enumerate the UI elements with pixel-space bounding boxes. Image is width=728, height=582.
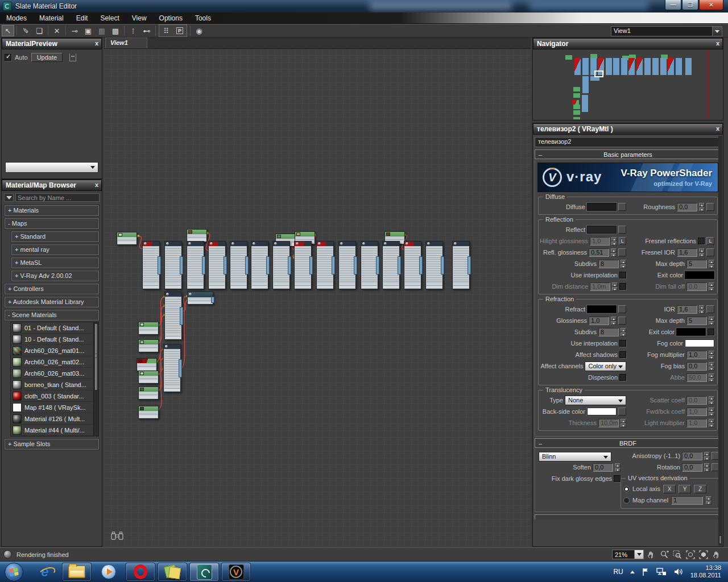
roughness-field[interactable]: 0,0	[677, 203, 697, 211]
show-hidden-icons-icon[interactable]	[630, 571, 635, 573]
show-map-in-viewport-icon[interactable]: ▩	[109, 25, 122, 36]
taskbar-internet-explorer[interactable]: e	[30, 563, 60, 581]
language-indicator[interactable]: RU	[613, 568, 623, 576]
refl-glossiness-field[interactable]: 0,51	[589, 248, 609, 257]
diffuse-color-swatch[interactable]	[587, 203, 617, 211]
menu-options[interactable]: Options	[153, 13, 189, 23]
material-node[interactable]	[164, 292, 182, 340]
fix-dark-glossy-edges-checkbox[interactable]	[614, 475, 621, 482]
subdivs-field[interactable]: 8	[598, 260, 619, 268]
list-item[interactable]: cloth_003 ( Standar...	[11, 390, 93, 402]
volume-icon[interactable]	[673, 567, 684, 576]
soften-spinner[interactable]	[615, 463, 621, 472]
material-node[interactable]	[251, 241, 268, 289]
taskbar-clock[interactable]: 13:38 18.08.2011	[690, 564, 721, 579]
menu-edit[interactable]: Edit	[70, 13, 94, 23]
list-item[interactable]: Material #44 ( Multi/...	[11, 425, 93, 436]
list-scrollbar-thumb[interactable]	[94, 323, 98, 390]
close-icon[interactable]: x	[95, 40, 98, 47]
group-mental-ray[interactable]: + mental ray	[11, 244, 99, 255]
view-selector[interactable]: View1	[611, 26, 722, 36]
zoom-extents-icon[interactable]	[685, 550, 696, 560]
map-node[interactable]	[138, 406, 159, 419]
refract-color-swatch[interactable]	[587, 305, 617, 313]
fresnel-ior-spinner[interactable]	[699, 248, 705, 257]
start-button[interactable]	[5, 563, 23, 581]
close-icon[interactable]: x	[716, 40, 719, 47]
zoom-region-tool-icon[interactable]	[672, 550, 683, 560]
rotation-spinner[interactable]	[704, 463, 710, 472]
menu-material[interactable]: Material	[33, 13, 70, 23]
affect-channels-dropdown[interactable]: Color only	[585, 361, 626, 371]
list-item[interactable]: 01 - Default ( Stand...	[11, 322, 93, 334]
hilight-glossiness-spinner[interactable]	[611, 237, 617, 246]
pan-to-selected-icon[interactable]: P	[173, 25, 186, 36]
fog-color-swatch[interactable]	[685, 339, 714, 347]
affect-shadows-checkbox[interactable]	[619, 351, 626, 358]
taskbar-explorer[interactable]	[62, 563, 92, 581]
refr-exit-color-checkbox[interactable]	[708, 329, 714, 335]
thickness-field[interactable]: 10,0m	[598, 419, 619, 427]
list-item[interactable]: Arch60_026_mat01...	[11, 345, 93, 356]
fog-bias-field[interactable]: 0,0	[686, 362, 707, 371]
parameters-header[interactable]: телевизор2 ( VRayMtl ) x	[533, 123, 723, 135]
map-channel-spinner[interactable]	[706, 496, 712, 505]
material-node[interactable]	[294, 241, 312, 289]
roughness-spinner[interactable]	[699, 203, 705, 211]
group-vray-adv[interactable]: + V-Ray Adv 2.00.02	[11, 271, 99, 281]
light-multiplier-spinner[interactable]	[709, 419, 714, 427]
menu-select[interactable]: Select	[94, 13, 125, 23]
show-connections-icon[interactable]: ⁞	[127, 25, 139, 36]
network-icon[interactable]	[656, 567, 667, 576]
axis-y-button[interactable]: Y	[679, 485, 691, 493]
menu-modes[interactable]: Modes	[0, 13, 33, 23]
back-side-color-map-button[interactable]	[618, 408, 626, 415]
menu-view[interactable]: View	[126, 13, 153, 23]
tab-view1[interactable]: View1	[105, 38, 147, 48]
update-button[interactable]: Update	[31, 53, 63, 62]
list-item[interactable]: Map #148 ( VRaySk...	[11, 402, 93, 413]
fog-multiplier-spinner[interactable]	[709, 351, 714, 359]
light-multiplier-field[interactable]: 1,0	[686, 419, 707, 427]
roughness-map-button[interactable]	[706, 203, 714, 211]
material-node[interactable]	[163, 344, 181, 392]
node-graph-canvas[interactable]	[104, 49, 531, 547]
material-node[interactable]	[361, 241, 378, 289]
material-id-channel-icon[interactable]: ◉	[193, 25, 205, 36]
soften-field[interactable]: 0,0	[593, 463, 613, 472]
fwd-bck-coeff-spinner[interactable]	[709, 408, 714, 416]
fresnel-ior-field[interactable]: 1,6	[677, 248, 697, 257]
diffuse-map-button[interactable]	[618, 203, 626, 211]
taskbar-opera[interactable]	[126, 563, 155, 581]
group-scene-materials[interactable]: - Scene Materials	[5, 310, 99, 321]
material-preview-header[interactable]: MaterialPreview x	[2, 38, 102, 49]
preview-object-dropdown[interactable]	[5, 162, 98, 173]
map-node[interactable]	[136, 358, 157, 371]
map-channel-field[interactable]: 1	[671, 496, 703, 505]
reflect-color-swatch[interactable]	[587, 226, 617, 234]
exit-color-swatch[interactable]	[685, 271, 714, 279]
layout-all-icon[interactable]: ⊷	[140, 25, 153, 36]
material-node[interactable]	[382, 241, 400, 289]
zoom-extents-selected-icon[interactable]	[698, 550, 709, 560]
group-standard[interactable]: + Standard	[11, 231, 99, 242]
material-node[interactable]	[404, 241, 421, 289]
browser-options-icon[interactable]	[4, 193, 14, 202]
taskbar-sticky-notes[interactable]	[158, 563, 187, 581]
action-center-flag-icon[interactable]	[642, 567, 650, 576]
map-channel-radio[interactable]	[623, 497, 630, 504]
brdf-type-dropdown[interactable]: Blinn	[539, 452, 611, 462]
select-tool-icon[interactable]: ↖	[2, 25, 14, 36]
translucency-type-dropdown[interactable]: None	[565, 396, 626, 405]
auto-update-checkbox[interactable]	[5, 54, 11, 61]
axis-x-button[interactable]: X	[663, 485, 676, 493]
local-axis-radio[interactable]	[623, 486, 630, 492]
ior-map-button[interactable]	[706, 305, 714, 313]
map-node[interactable]	[138, 386, 159, 400]
material-node[interactable]	[208, 241, 226, 289]
refl-glossiness-spinner[interactable]	[611, 248, 617, 257]
use-interpolation-checkbox[interactable]	[619, 272, 626, 278]
scatter-coeff-spinner[interactable]	[709, 396, 714, 405]
refr-subdivs-field[interactable]: 8	[598, 328, 619, 336]
group-materials[interactable]: + Materials	[5, 205, 99, 216]
